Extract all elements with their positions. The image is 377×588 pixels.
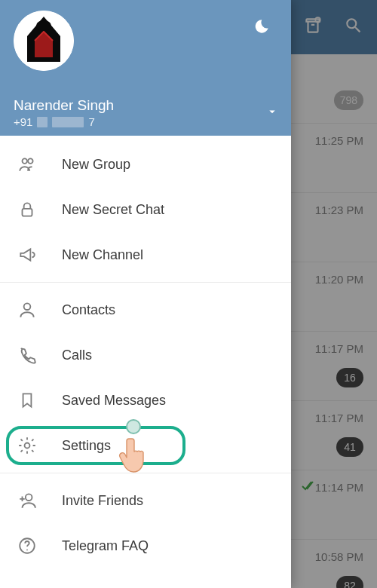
menu-label: New Channel <box>62 247 143 263</box>
svg-point-8 <box>26 494 32 501</box>
menu-divider <box>0 282 291 283</box>
menu-saved-messages[interactable]: Saved Messages <box>0 378 291 423</box>
menu-settings[interactable]: Settings <box>0 423 291 468</box>
drawer-menu: New Group New Secret Chat New Channel Co <box>0 136 291 588</box>
menu-divider <box>0 473 291 473</box>
menu-label: Invite Friends <box>62 493 143 509</box>
menu-label: Contacts <box>62 302 115 318</box>
phone-icon <box>17 345 38 365</box>
menu-label: New Secret Chat <box>62 202 164 218</box>
menu-label: Telegram FAQ <box>62 538 149 554</box>
svg-point-4 <box>28 158 33 164</box>
group-icon <box>17 155 38 174</box>
avatar[interactable] <box>14 11 74 71</box>
gear-icon <box>17 436 38 455</box>
svg-point-3 <box>23 158 28 164</box>
drawer-header: Narender Singh +91 7 <box>0 0 291 136</box>
profile-phone: +91 7 <box>14 115 114 128</box>
menu-calls[interactable]: Calls <box>0 332 291 378</box>
person-icon <box>17 300 38 320</box>
menu-invite-friends[interactable]: Invite Friends <box>0 478 291 523</box>
menu-new-channel[interactable]: New Channel <box>0 232 291 277</box>
svg-point-10 <box>26 550 28 551</box>
menu-new-secret-chat[interactable]: New Secret Chat <box>0 187 291 232</box>
menu-contacts[interactable]: Contacts <box>0 287 291 332</box>
menu-label: Settings <box>62 438 111 454</box>
megaphone-icon <box>17 245 38 265</box>
svg-rect-5 <box>23 209 32 216</box>
menu-label: New Group <box>62 157 130 173</box>
svg-point-7 <box>25 443 30 449</box>
night-mode-icon[interactable] <box>252 17 271 39</box>
svg-point-6 <box>24 303 31 310</box>
menu-label: Saved Messages <box>62 393 166 409</box>
bookmark-icon <box>17 390 38 410</box>
menu-new-group[interactable]: New Group <box>0 142 291 187</box>
svg-point-2 <box>36 20 51 31</box>
profile-name: Narender Singh <box>14 97 114 114</box>
expand-accounts-icon[interactable] <box>265 105 279 121</box>
lock-icon <box>17 200 38 219</box>
menu-label: Calls <box>62 348 92 363</box>
add-person-icon <box>17 491 38 510</box>
navigation-drawer: Narender Singh +91 7 <box>0 0 291 588</box>
help-icon <box>17 536 38 556</box>
menu-telegram-faq[interactable]: Telegram FAQ <box>0 523 291 568</box>
